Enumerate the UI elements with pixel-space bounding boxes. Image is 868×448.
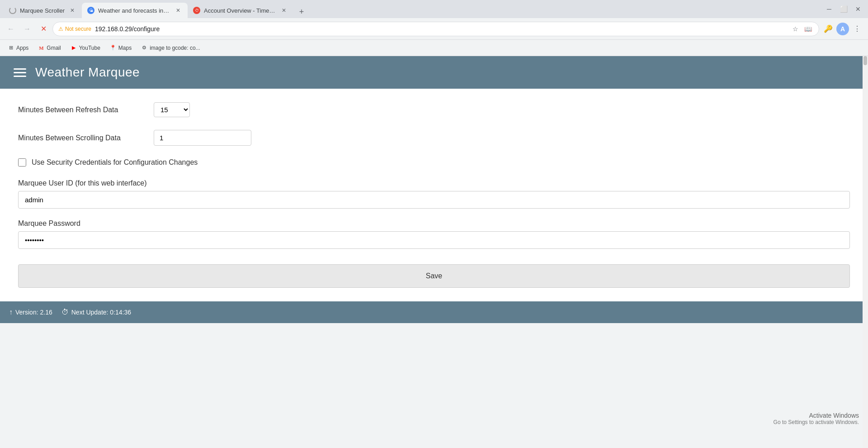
extensions-icon[interactable]: 🔑 [821, 22, 835, 36]
security-checkbox[interactable] [18, 158, 26, 167]
apps-grid-icon: ⊞ [7, 44, 14, 52]
tab-label-1: Marquee Scroller [20, 7, 65, 14]
scrollbar[interactable] [863, 56, 868, 448]
profile-avatar[interactable]: A [836, 23, 849, 35]
hamburger-line-1 [14, 68, 26, 70]
version-text: Version: 2.16 [15, 309, 52, 316]
refresh-select[interactable]: 5 10 15 30 60 [154, 102, 190, 117]
gcode-icon: ⚙ [141, 44, 148, 52]
browser-actions: 🔑 A ⋮ [821, 22, 864, 36]
tab-label-2: Weather and forecasts in Trivand [98, 7, 170, 14]
scroll-row: Minutes Between Scrolling Data [18, 130, 850, 146]
password-input[interactable] [18, 231, 850, 249]
refresh-row: Minutes Between Refresh Data 5 10 15 30 … [18, 102, 850, 117]
back-button[interactable]: ← [4, 22, 18, 36]
password-label: Marquee Password [18, 219, 850, 228]
close-window-button[interactable]: ✕ [852, 3, 864, 15]
activation-title: Activate Windows [774, 412, 859, 419]
scroll-input[interactable] [154, 130, 251, 146]
minimize-button[interactable]: ─ [823, 3, 835, 15]
window-controls: ─ ⬜ ✕ [823, 3, 864, 15]
scroll-label: Minutes Between Scrolling Data [18, 134, 145, 142]
url-bar[interactable]: ⚠ Not secure 192.168.0.29/configure ☆ 📖 [52, 22, 819, 36]
version-status: ↑ Version: 2.16 [9, 308, 52, 316]
page-content: Weather Marquee Minutes Between Refresh … [0, 56, 868, 323]
bookmark-gmail[interactable]: M Gmail [34, 43, 64, 53]
user-id-group: Marquee User ID (for this web interface) [18, 179, 850, 209]
security-label[interactable]: Use Security Credentials for Configurati… [32, 158, 198, 167]
warning-triangle-icon: ⚠ [58, 26, 63, 32]
tab-favicon-1 [9, 7, 16, 14]
tab-account-overview[interactable]: ⏱ Account Overview - TimeZoneDB ✕ [188, 3, 293, 18]
scrollbar-thumb[interactable] [863, 56, 867, 65]
bookmark-gmail-label: Gmail [47, 45, 61, 51]
gmail-icon: M [38, 44, 45, 52]
bookmark-gcode[interactable]: ⚙ image to gcode: co... [137, 43, 203, 53]
tab-close-1[interactable]: ✕ [68, 6, 76, 14]
app-title: Weather Marquee [35, 65, 140, 80]
forward-button[interactable]: → [20, 22, 34, 36]
bookmark-youtube[interactable]: ▶ YouTube [66, 43, 104, 53]
next-update-text: Next Update: 0:14:36 [71, 309, 131, 316]
activation-subtitle: Go to Settings to activate Windows. [774, 419, 859, 425]
hamburger-menu-icon[interactable] [14, 68, 26, 77]
status-bar: ↑ Version: 2.16 ⏱ Next Update: 0:14:36 [0, 301, 868, 323]
user-id-label: Marquee User ID (for this web interface) [18, 179, 850, 187]
youtube-icon: ▶ [70, 44, 77, 52]
tab-favicon-3: ⏱ [193, 7, 200, 14]
bookmark-youtube-label: YouTube [79, 45, 100, 51]
warning-text: Not secure [65, 26, 91, 32]
bookmark-gcode-label: image to gcode: co... [150, 45, 200, 51]
security-row: Use Security Credentials for Configurati… [18, 158, 850, 167]
new-tab-button[interactable]: + [295, 5, 308, 18]
security-warning: ⚠ Not secure [58, 26, 91, 32]
clock-icon: ⏱ [61, 308, 69, 316]
menu-button[interactable]: ⋮ [850, 22, 864, 36]
hamburger-line-2 [14, 72, 26, 73]
bookmark-apps-label: Apps [16, 45, 28, 51]
reading-mode-icon[interactable]: 📖 [802, 24, 813, 34]
form-content: Minutes Between Refresh Data 5 10 15 30 … [0, 89, 868, 301]
maximize-button[interactable]: ⬜ [837, 3, 850, 15]
password-group: Marquee Password [18, 219, 850, 249]
url-text: 192.168.0.29/configure [95, 25, 786, 33]
address-bar: ← → ✕ ⚠ Not secure 192.168.0.29/configur… [0, 18, 868, 40]
bookmark-maps[interactable]: 📍 Maps [106, 43, 135, 53]
tab-close-3[interactable]: ✕ [280, 6, 288, 14]
app-header: Weather Marquee [0, 56, 868, 89]
user-id-input[interactable] [18, 191, 850, 209]
bookmark-apps[interactable]: ⊞ Apps [4, 43, 32, 53]
refresh-label: Minutes Between Refresh Data [18, 106, 145, 114]
tab-close-2[interactable]: ✕ [174, 6, 182, 14]
reload-button[interactable]: ✕ [36, 22, 51, 36]
bookmark-maps-label: Maps [118, 45, 132, 51]
title-bar: Marquee Scroller ✕ 🌤 Weather and forecas… [0, 0, 868, 18]
tab-favicon-2: 🌤 [87, 7, 94, 14]
next-update-status: ⏱ Next Update: 0:14:36 [61, 308, 131, 316]
bookmark-star-icon[interactable]: ☆ [790, 24, 801, 34]
page-wrapper: Weather Marquee Minutes Between Refresh … [0, 56, 868, 448]
url-actions: ☆ 📖 [790, 24, 813, 34]
tab-weather[interactable]: 🌤 Weather and forecasts in Trivand ✕ [82, 3, 188, 18]
hamburger-line-3 [14, 76, 26, 77]
upload-icon: ↑ [9, 308, 13, 316]
tab-label-3: Account Overview - TimeZoneDB [204, 7, 276, 14]
bookmarks-bar: ⊞ Apps M Gmail ▶ YouTube 📍 Maps ⚙ image … [0, 40, 868, 56]
maps-icon: 📍 [109, 44, 117, 52]
windows-activation: Activate Windows Go to Settings to activ… [774, 412, 859, 425]
save-button[interactable]: Save [18, 264, 850, 288]
tabs-area: Marquee Scroller ✕ 🌤 Weather and forecas… [4, 0, 823, 18]
tab-marquee-scroller[interactable]: Marquee Scroller ✕ [4, 3, 82, 18]
